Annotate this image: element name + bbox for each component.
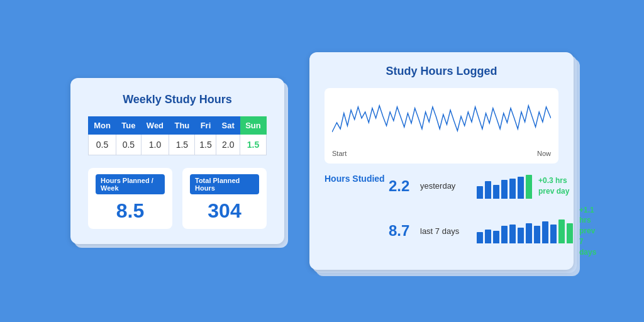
- hours-studied-label: Hours Studied: [325, 174, 381, 184]
- bar-1: [477, 186, 483, 199]
- sat-header: Sat: [216, 116, 240, 134]
- bar-2: [485, 181, 491, 199]
- line-chart-area: Start Now: [325, 88, 558, 164]
- hours-per-week-box: Hours Planned / Week 8.5: [88, 168, 172, 229]
- sbar-11-green: [558, 219, 565, 243]
- table-header-row: Mon Tue Wed Thu Fri Sat Sun: [89, 116, 267, 134]
- yesterday-row: 2.2 yesterday +0.3 hrsprev day: [389, 174, 596, 199]
- wed-header: Wed: [141, 116, 169, 134]
- bar-7-green: [526, 175, 532, 199]
- sbar-1: [477, 232, 483, 243]
- sbar-8: [534, 226, 540, 243]
- chart-start-label: Start: [332, 150, 347, 157]
- left-card-wrapper: Weekly Study Hours Mon Tue Wed Thu Fri S…: [70, 78, 284, 244]
- hs-values: 2.2 yesterday +0.3 hrsprev day: [389, 174, 596, 258]
- thu-header: Thu: [169, 116, 195, 134]
- seven-days-label: last 7 days: [420, 226, 470, 236]
- total-planned-label: Total Planned Hours: [190, 174, 259, 194]
- sun-header: Sun: [240, 116, 266, 134]
- chart-end-label: Now: [537, 150, 551, 157]
- sbar-10: [550, 225, 557, 243]
- sbar-2: [485, 230, 491, 243]
- thu-value: 1.5: [169, 134, 195, 155]
- right-card: Study Hours Logged Start Now Hours Studi…: [309, 52, 574, 270]
- sbar-9: [542, 221, 548, 243]
- total-planned-value: 304: [190, 199, 259, 223]
- table-data-row: 0.5 0.5 1.0 1.5 1.5 2.0 1.5: [89, 134, 267, 155]
- weekly-hours-table: Mon Tue Wed Thu Fri Sat Sun 0.5 0.5 1.0: [88, 116, 267, 155]
- sbar-4: [501, 226, 508, 243]
- bar-5: [509, 179, 516, 199]
- fri-value: 1.5: [195, 134, 216, 155]
- sbar-5: [509, 225, 516, 243]
- weekly-study-hours-title: Weekly Study Hours: [88, 93, 267, 106]
- bar-4: [501, 180, 508, 199]
- yesterday-value: 2.2: [389, 177, 414, 195]
- seven-days-delta: +1.1 hrsprev 7 days: [579, 205, 596, 258]
- right-card-wrapper: Study Hours Logged Start Now Hours Studi…: [309, 52, 574, 270]
- left-card: Weekly Study Hours Mon Tue Wed Thu Fri S…: [70, 78, 284, 244]
- stats-row: Hours Planned / Week 8.5 Total Planned H…: [88, 168, 267, 229]
- hours-per-week-value: 8.5: [96, 199, 165, 223]
- wed-value: 1.0: [141, 134, 169, 155]
- yesterday-delta: +0.3 hrsprev day: [538, 175, 569, 197]
- sbar-12-green: [567, 223, 573, 243]
- sbar-6: [518, 228, 524, 243]
- seven-days-value: 8.7: [389, 222, 414, 240]
- seven-days-row: 8.7 last 7 days: [389, 205, 596, 258]
- tue-value: 0.5: [116, 134, 142, 155]
- fri-header: Fri: [195, 116, 216, 134]
- yesterday-bar-chart: [477, 174, 532, 199]
- cards-container: Weekly Study Hours Mon Tue Wed Thu Fri S…: [45, 40, 599, 283]
- mon-header: Mon: [89, 116, 116, 134]
- mon-value: 0.5: [89, 134, 116, 155]
- hours-per-week-label: Hours Planned / Week: [96, 174, 165, 194]
- sbar-3: [493, 231, 499, 243]
- chart-labels: Start Now: [332, 150, 551, 157]
- bar-6: [518, 177, 524, 199]
- total-planned-box: Total Planned Hours 304: [182, 168, 267, 229]
- sbar-7: [526, 223, 532, 243]
- hours-studied-section: Hours Studied 2.2 yesterday: [325, 174, 558, 258]
- seven-days-bar-chart: [477, 218, 573, 243]
- line-chart-svg: [332, 94, 551, 145]
- tue-header: Tue: [116, 116, 142, 134]
- bar-3: [493, 185, 499, 199]
- sat-value: 2.0: [216, 134, 240, 155]
- yesterday-label: yesterday: [420, 181, 470, 191]
- sun-value: 1.5: [240, 134, 266, 155]
- study-hours-logged-title: Study Hours Logged: [325, 65, 558, 78]
